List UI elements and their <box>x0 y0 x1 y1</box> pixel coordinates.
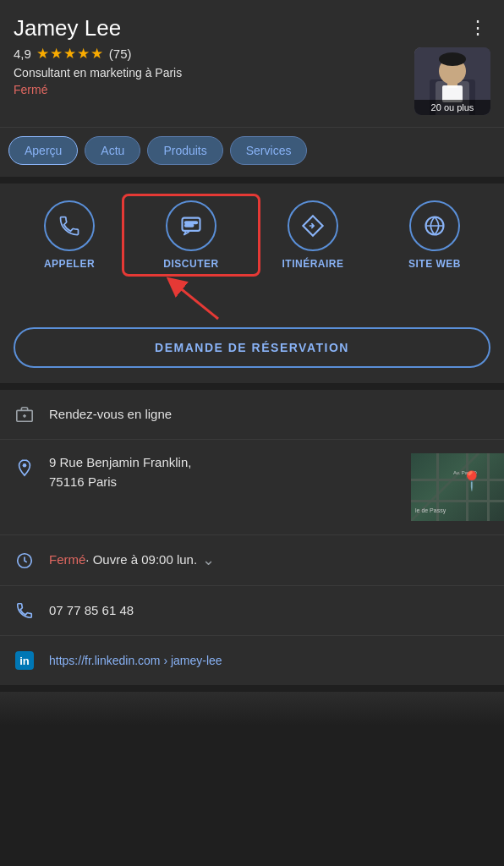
store-icon <box>14 403 36 425</box>
actions-section: APPELER DISCUTER ITINÉRAIRE <box>0 177 504 285</box>
store-text: Rendez-vous en ligne <box>49 405 490 425</box>
hours-open: · Ouvre à 09:00 lun. <box>85 551 197 570</box>
web-icon <box>423 214 446 238</box>
info-row-store: Rendez-vous en ligne <box>0 390 504 440</box>
reservation-section: DEMANDE DE RÉSERVATION <box>0 285 504 383</box>
info-row-hours[interactable]: Fermé · Ouvre à 09:00 lun. ⌄ <box>0 535 504 586</box>
hours-text: Fermé · Ouvre à 09:00 lun. ⌄ <box>49 549 490 572</box>
svg-rect-9 <box>185 225 193 227</box>
tab-apercu[interactable]: Aperçu <box>8 136 78 165</box>
svg-point-4 <box>439 52 466 66</box>
chat-icon <box>179 214 203 238</box>
profile-image[interactable]: 20 ou plus <box>414 47 490 115</box>
action-itineraire[interactable]: ITINÉRAIRE <box>252 200 374 270</box>
image-badge: 20 ou plus <box>414 100 490 115</box>
siteweb-label: SITE WEB <box>408 258 461 270</box>
info-row-linkedin[interactable]: in https://fr.linkedin.com › jamey-lee <box>0 636 504 685</box>
action-discuter[interactable]: DISCUTER <box>130 200 252 270</box>
tab-actu[interactable]: Actu <box>85 136 140 165</box>
more-options-icon[interactable]: ⋮ <box>465 15 490 41</box>
business-type: Consultant en marketing à Paris <box>14 66 404 79</box>
discuter-label: DISCUTER <box>163 258 218 270</box>
itineraire-label: ITINÉRAIRE <box>282 258 343 270</box>
phone-circle <box>44 200 95 251</box>
business-name: Jamey Lee <box>14 15 404 41</box>
svg-line-12 <box>174 283 218 319</box>
svg-text:le de Passy: le de Passy <box>415 507 446 514</box>
clock-icon <box>14 550 36 572</box>
phone-text: 07 77 85 61 48 <box>49 601 490 621</box>
info-row-location[interactable]: 9 Rue Benjamin Franklin, 75116 Paris le … <box>0 440 504 535</box>
header-left: Jamey Lee 4,9 ★★★★★ (75) Consultant en m… <box>14 15 404 96</box>
bottom-fade <box>0 692 504 726</box>
status-closed: Fermé <box>14 83 404 96</box>
svg-point-16 <box>23 463 27 468</box>
directions-icon <box>301 214 325 238</box>
linkedin-icon: in <box>14 650 36 671</box>
web-circle <box>409 200 460 251</box>
red-arrow-svg <box>142 277 244 323</box>
rating-row: 4,9 ★★★★★ (75) <box>14 45 404 63</box>
linkedin-url: https://fr.linkedin.com › jamey-lee <box>49 652 490 670</box>
tabs-section: Aperçu Actu Produits Services <box>0 127 504 177</box>
stars: ★★★★★ <box>36 45 104 63</box>
location-icon <box>14 457 36 479</box>
chat-circle <box>166 200 216 251</box>
svg-rect-8 <box>185 222 197 223</box>
action-siteweb[interactable]: SITE WEB <box>374 200 496 270</box>
tab-services[interactable]: Services <box>230 136 308 165</box>
phone-icon <box>58 214 81 238</box>
reservation-button[interactable]: DEMANDE DE RÉSERVATION <box>14 327 490 368</box>
phone-info-icon <box>14 600 36 622</box>
appeler-label: APPELER <box>44 258 95 270</box>
hours-closed: Fermé <box>49 551 85 570</box>
action-appeler[interactable]: APPELER <box>8 200 130 270</box>
review-count: (75) <box>109 47 132 61</box>
header-right: ⋮ <box>414 15 490 115</box>
map-pin: 📍 <box>460 470 483 492</box>
rating-number: 4,9 <box>14 47 31 61</box>
linkedin-logo: in <box>15 651 34 670</box>
directions-circle <box>288 200 338 251</box>
info-row-phone[interactable]: 07 77 85 61 48 <box>0 586 504 636</box>
location-text: 9 Rue Benjamin Franklin, 75116 Paris <box>49 453 397 491</box>
chevron-down-icon[interactable]: ⌄ <box>202 549 215 572</box>
info-section: Rendez-vous en ligne 9 Rue Benjamin Fran… <box>0 390 504 685</box>
header-section: Jamey Lee 4,9 ★★★★★ (75) Consultant en m… <box>0 0 504 127</box>
map-thumbnail[interactable]: le de Passy Av. Paul D 📍 <box>411 453 504 521</box>
tab-produits[interactable]: Produits <box>147 136 222 165</box>
